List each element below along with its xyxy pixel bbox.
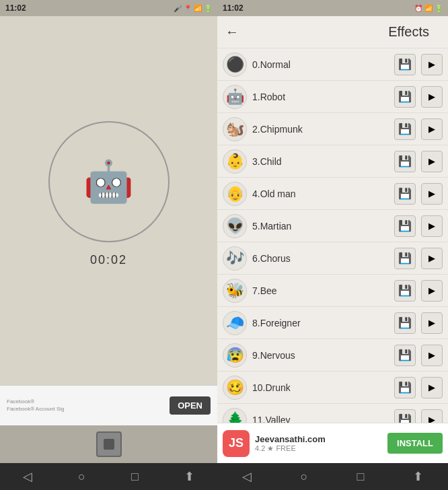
play-btn-0[interactable]: ▶	[421, 54, 443, 75]
effect-emoji-11: 🌲	[226, 411, 244, 423]
effect-name-9: 9.Nervous	[252, 350, 389, 361]
effect-avatar-5: 👽	[223, 214, 247, 238]
effect-row-7: 🐝 7.Bee 💾 ▶	[217, 275, 448, 307]
effect-row-5: 👽 5.Martian 💾 ▶	[217, 210, 448, 242]
left-time: 11:02	[5, 3, 26, 13]
nav-home-right[interactable]: ○	[301, 470, 308, 484]
right-status-bar: 11:02 ⏰ 📶 🔋	[217, 0, 448, 16]
effect-name-3: 3.Child	[252, 156, 389, 167]
save-btn-0[interactable]: 💾	[394, 54, 416, 75]
play-btn-4[interactable]: ▶	[421, 183, 443, 205]
effect-emoji-7: 🐝	[226, 282, 244, 300]
effect-emoji-6: 🎶	[226, 250, 244, 267]
effect-avatar-6: 🎶	[223, 246, 247, 271]
right-nav-bar: ◁ ○ □ ⬆	[217, 463, 448, 490]
play-btn-8[interactable]: ▶	[421, 312, 443, 334]
save-btn-8[interactable]: 💾	[394, 312, 416, 334]
ad-info: Jeevansathi.com 4.2 ★ FREE	[255, 434, 382, 453]
effect-avatar-4: 👴	[223, 182, 247, 206]
ad-open-button[interactable]: OPEN	[170, 396, 211, 415]
effect-avatar-9: 😰	[223, 343, 247, 368]
effect-row-1: 🤖 1.Robot 💾 ▶	[217, 81, 448, 113]
nav-recent-right[interactable]: □	[357, 470, 365, 484]
stop-icon	[104, 439, 114, 450]
effect-name-8: 8.Foreigner	[252, 318, 389, 328]
effect-avatar-2: 🐿️	[223, 117, 247, 141]
effect-row-2: 🐿️ 2.Chipmunk 💾 ▶	[217, 113, 448, 145]
battery-icon: 🔋	[204, 5, 212, 12]
effect-name-4: 4.Old man	[252, 188, 389, 199]
recording-timer: 00:02	[90, 253, 127, 267]
effect-avatar-8: 🧢	[223, 311, 247, 335]
effect-avatar-11: 🌲	[223, 408, 247, 423]
nav-home-left[interactable]: ○	[78, 470, 85, 484]
effect-emoji-3: 👶	[226, 153, 244, 170]
save-btn-6[interactable]: 💾	[394, 248, 416, 269]
record-circle: 🤖	[48, 121, 170, 242]
play-btn-6[interactable]: ▶	[421, 248, 443, 269]
effect-row-9: 😰 9.Nervous 💾 ▶	[217, 339, 448, 372]
effect-emoji-0: ⚫	[226, 56, 244, 73]
play-btn-5[interactable]: ▶	[421, 215, 443, 237]
effects-list: ⚫ 0.Normal 💾 ▶ 🤖 1.Robot 💾 ▶ 🐿️ 2.Chipmu…	[217, 48, 448, 423]
bottom-controls	[0, 425, 217, 463]
effect-name-1: 1.Robot	[252, 92, 389, 102]
play-btn-2[interactable]: ▶	[421, 118, 443, 140]
play-btn-1[interactable]: ▶	[421, 86, 443, 108]
effect-avatar-10: 🥴	[223, 376, 247, 400]
play-btn-10[interactable]: ▶	[421, 377, 443, 398]
save-btn-10[interactable]: 💾	[394, 377, 416, 398]
save-btn-11[interactable]: 💾	[394, 409, 416, 423]
nav-extra-right[interactable]: ⬆	[413, 469, 423, 484]
left-status-bar: 11:02 🎤 📍 📶 🔋	[0, 0, 217, 16]
jeevansathi-icon: JS	[223, 430, 250, 457]
robot-avatar: 🤖	[83, 162, 134, 202]
effect-emoji-5: 👽	[226, 217, 244, 235]
back-button[interactable]: ←	[225, 24, 239, 40]
stop-button[interactable]	[96, 431, 122, 457]
recorder-area: 🤖 00:02	[0, 16, 217, 385]
ad-brand-small: Facebook®	[7, 398, 164, 405]
effect-avatar-1: 🤖	[223, 85, 247, 109]
effect-row-10: 🥴 10.Drunk 💾 ▶	[217, 372, 448, 404]
save-btn-9[interactable]: 💾	[394, 345, 416, 366]
effect-name-0: 0.Normal	[252, 59, 389, 70]
effect-name-11: 11.Valley	[252, 415, 389, 423]
effect-emoji-4: 👴	[226, 185, 244, 203]
left-nav-bar: ◁ ○ □ ⬆	[0, 463, 217, 490]
play-btn-11[interactable]: ▶	[421, 409, 443, 423]
right-ad-banner: JS Jeevansathi.com 4.2 ★ FREE INSTALL	[217, 423, 448, 463]
save-btn-1[interactable]: 💾	[394, 86, 416, 108]
mic-icon: 🎤	[174, 5, 182, 12]
effect-name-7: 7.Bee	[252, 285, 389, 296]
effect-avatar-3: 👶	[223, 149, 247, 174]
effect-emoji-2: 🐿️	[226, 120, 244, 138]
nav-extra-left[interactable]: ⬆	[184, 469, 194, 484]
effect-avatar-7: 🐝	[223, 279, 247, 303]
left-status-icons: 🎤 📍 📶 🔋	[174, 5, 212, 12]
save-btn-7[interactable]: 💾	[394, 280, 416, 302]
effect-emoji-8: 🧢	[226, 314, 244, 332]
save-btn-3[interactable]: 💾	[394, 151, 416, 172]
effect-row-8: 🧢 8.Foreigner 💾 ▶	[217, 307, 448, 339]
right-status-icons: ⏰ 📶 🔋	[414, 5, 443, 12]
effect-name-10: 10.Drunk	[252, 382, 389, 393]
ad-brand: Jeevansathi.com	[255, 434, 382, 444]
play-btn-9[interactable]: ▶	[421, 345, 443, 366]
nav-back-left[interactable]: ◁	[23, 469, 32, 484]
nav-recent-left[interactable]: □	[131, 470, 139, 484]
save-btn-4[interactable]: 💾	[394, 183, 416, 205]
install-button[interactable]: INSTALL	[387, 433, 443, 454]
ad-text: Facebook® Account Sig	[7, 406, 164, 413]
ad-rating: 4.2 ★ FREE	[255, 444, 382, 453]
effect-emoji-1: 🤖	[226, 88, 244, 106]
play-btn-3[interactable]: ▶	[421, 151, 443, 172]
effect-row-0: ⚫ 0.Normal 💾 ▶	[217, 48, 448, 81]
location-icon: 📍	[184, 5, 192, 12]
save-btn-2[interactable]: 💾	[394, 118, 416, 140]
nav-back-right[interactable]: ◁	[242, 469, 252, 484]
save-btn-5[interactable]: 💾	[394, 215, 416, 237]
left-panel: 11:02 🎤 📍 📶 🔋 🤖 00:02 Facebook® Facebook…	[0, 0, 217, 490]
play-btn-7[interactable]: ▶	[421, 280, 443, 302]
effect-avatar-0: ⚫	[223, 53, 247, 77]
